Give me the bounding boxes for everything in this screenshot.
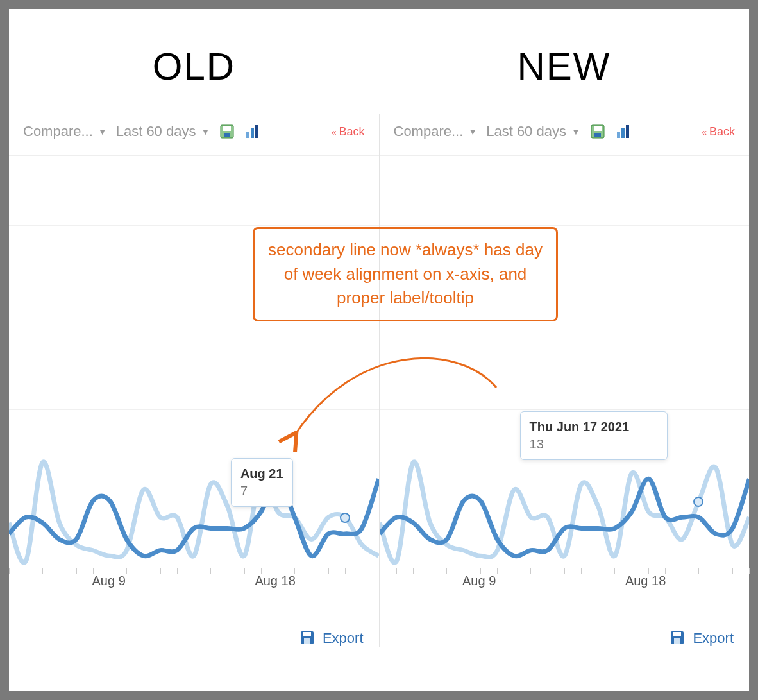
header-row: OLD NEW xyxy=(9,9,749,114)
bar-chart-icon[interactable] xyxy=(244,123,261,140)
export-button[interactable]: Export xyxy=(323,630,364,647)
toolbar-old: Compare... ▼ Last 60 days ▼ «Back xyxy=(9,114,379,150)
svg-rect-3 xyxy=(246,132,249,138)
tooltip-new: Thu Jun 17 2021 13 xyxy=(520,411,668,460)
svg-rect-5 xyxy=(255,125,258,138)
svg-rect-1 xyxy=(223,126,231,131)
compare-dropdown[interactable]: Compare... ▼ xyxy=(394,123,478,140)
svg-rect-16 xyxy=(673,632,681,636)
range-dropdown-label: Last 60 days xyxy=(116,123,196,140)
svg-rect-7 xyxy=(303,632,311,636)
svg-rect-11 xyxy=(594,133,601,137)
svg-rect-8 xyxy=(304,638,310,644)
back-link[interactable]: «Back xyxy=(702,125,735,139)
header-old: OLD xyxy=(9,9,379,114)
range-dropdown-label: Last 60 days xyxy=(486,123,566,140)
compare-dropdown[interactable]: Compare... ▼ xyxy=(23,123,107,140)
tooltip-old: Aug 21 7 xyxy=(231,458,293,507)
header-new: NEW xyxy=(379,9,749,114)
floppy-disk-icon[interactable] xyxy=(299,630,316,647)
svg-rect-10 xyxy=(594,126,602,131)
annotation-arrow xyxy=(253,323,528,452)
floppy-disk-icon[interactable] xyxy=(670,630,686,647)
svg-rect-4 xyxy=(251,128,254,138)
compare-dropdown-label: Compare... xyxy=(394,123,464,140)
chevron-down-icon: ▼ xyxy=(201,126,210,137)
svg-rect-13 xyxy=(621,128,625,138)
svg-rect-12 xyxy=(617,132,620,138)
range-dropdown[interactable]: Last 60 days ▼ xyxy=(486,123,580,140)
export-button[interactable]: Export xyxy=(693,630,734,647)
annotation-callout: secondary line now *always* has day of w… xyxy=(253,227,558,321)
bar-chart-icon[interactable] xyxy=(615,123,632,140)
comparison-sheet: OLD NEW Compare... ▼ Last 60 days ▼ xyxy=(9,9,749,691)
tooltip-title: Thu Jun 17 2021 xyxy=(530,418,658,436)
save-chart-icon[interactable] xyxy=(589,123,606,140)
hover-point-new xyxy=(693,497,703,507)
back-label: Back xyxy=(339,125,364,138)
svg-rect-2 xyxy=(224,133,230,137)
save-chart-icon[interactable] xyxy=(219,123,235,140)
back-label: Back xyxy=(709,125,735,138)
tooltip-value: 13 xyxy=(530,436,658,453)
x-tick: Aug 9 xyxy=(92,574,126,588)
chevron-left-icon: « xyxy=(332,127,337,137)
back-link[interactable]: «Back xyxy=(332,125,365,139)
hover-point-old xyxy=(340,513,350,523)
tooltip-value: 7 xyxy=(240,482,283,500)
export-row-new: Export xyxy=(380,617,750,647)
svg-rect-14 xyxy=(626,125,629,138)
chevron-left-icon: « xyxy=(702,127,707,137)
toolbar-new: Compare... ▼ Last 60 days ▼ «Back xyxy=(380,114,750,150)
svg-rect-17 xyxy=(674,638,680,644)
x-axis-new: Aug 9 Aug 18 xyxy=(380,574,750,593)
x-tick: Aug 9 xyxy=(462,574,496,588)
x-axis-old: Aug 9 Aug 18 xyxy=(9,574,379,593)
export-row-old: Export xyxy=(9,617,379,647)
chevron-down-icon: ▼ xyxy=(98,126,107,137)
chevron-down-icon: ▼ xyxy=(571,126,580,137)
chevron-down-icon: ▼ xyxy=(468,126,477,137)
range-dropdown[interactable]: Last 60 days ▼ xyxy=(116,123,210,140)
tooltip-title: Aug 21 xyxy=(240,465,283,482)
x-tick: Aug 18 xyxy=(625,574,666,588)
x-tick: Aug 18 xyxy=(255,574,295,588)
compare-dropdown-label: Compare... xyxy=(23,123,93,140)
